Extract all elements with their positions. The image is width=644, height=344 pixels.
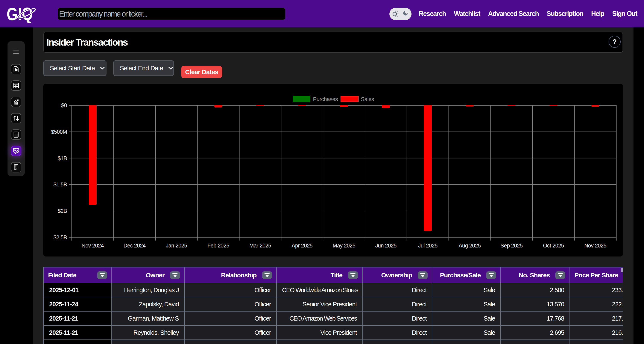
svg-text:Jan 2025: Jan 2025 (166, 243, 187, 249)
svg-text:$2B: $2B (58, 208, 67, 214)
svg-text:$2.5B: $2.5B (54, 234, 67, 240)
svg-text:Nov 2024: Nov 2024 (82, 243, 104, 249)
svg-text:Dec 2024: Dec 2024 (124, 243, 146, 249)
svg-text:Jul 2025: Jul 2025 (418, 243, 438, 249)
svg-text:$0: $0 (61, 102, 67, 108)
svg-text:Jun 2025: Jun 2025 (375, 243, 396, 249)
svg-text:Sales: Sales (361, 96, 374, 102)
svg-text:Apr 2025: Apr 2025 (292, 243, 312, 249)
svg-text:Feb 2025: Feb 2025 (207, 243, 229, 249)
svg-text:Purchases: Purchases (313, 96, 338, 102)
svg-text:$1B: $1B (58, 155, 67, 161)
svg-text:$500M: $500M (51, 129, 67, 135)
svg-text:Nov 2025: Nov 2025 (584, 243, 606, 249)
svg-text:Aug 2025: Aug 2025 (458, 243, 481, 249)
svg-text:Sep 2025: Sep 2025 (500, 243, 523, 249)
svg-text:Oct 2025: Oct 2025 (543, 243, 564, 249)
svg-text:$1.5B: $1.5B (54, 182, 67, 188)
svg-text:Mar 2025: Mar 2025 (249, 243, 271, 249)
svg-text:May 2025: May 2025 (333, 243, 356, 249)
